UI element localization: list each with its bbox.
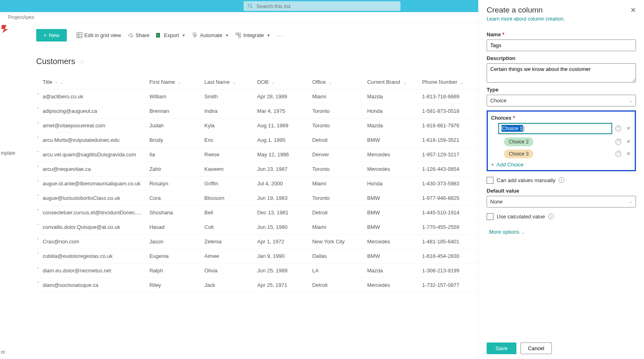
panel-title: Create a column: [487, 6, 543, 15]
svg-point-0: [248, 4, 252, 7]
search-input[interactable]: [256, 3, 396, 9]
svg-line-1: [251, 7, 253, 8]
search-box[interactable]: [244, 1, 400, 11]
search-icon: [248, 3, 253, 9]
close-icon[interactable]: ✕: [630, 6, 636, 15]
learn-more-link[interactable]: Learn more about column creation.: [487, 16, 636, 22]
create-column-panel: Create a column ✕ Learn more about colum…: [478, 0, 644, 23]
